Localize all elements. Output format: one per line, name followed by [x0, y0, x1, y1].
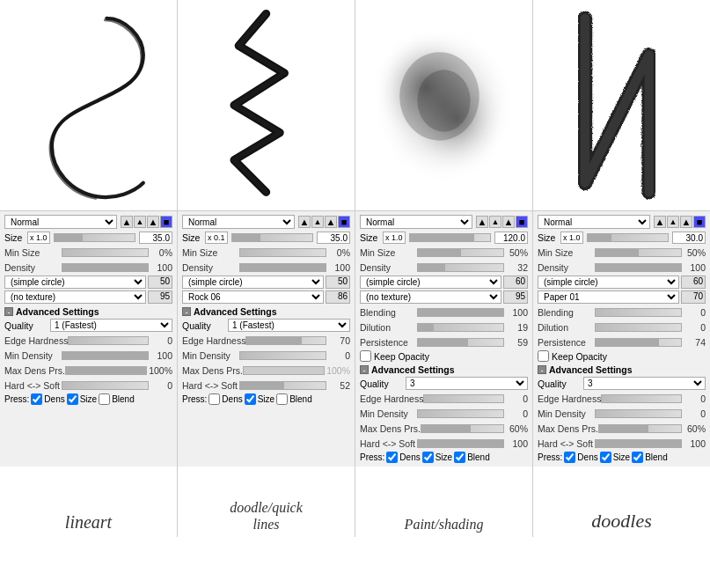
- mode-select-lineart[interactable]: Normal: [4, 215, 117, 229]
- size-input-doodle[interactable]: [317, 232, 350, 244]
- quality-select-lineart[interactable]: 1 (Fastest): [50, 319, 172, 332]
- hard-soft-slider-do[interactable]: [595, 439, 682, 448]
- size-slider-do[interactable]: [587, 233, 669, 242]
- adv-settings-p[interactable]: - Advanced Settings: [360, 364, 528, 375]
- icon-tri1-do[interactable]: ▲: [654, 216, 666, 228]
- brush2-select-d[interactable]: Rock 06: [182, 290, 324, 304]
- press-blend-check[interactable]: [99, 393, 110, 405]
- max-dens-val-d: 100%: [326, 365, 350, 376]
- density-slider[interactable]: [62, 263, 149, 272]
- icon-sq-p[interactable]: ■: [516, 216, 528, 228]
- brush1-select-do[interactable]: (simple circle): [538, 276, 679, 289]
- min-size-slider-d[interactable]: [239, 248, 326, 257]
- adv-settings-doodle[interactable]: - Advanced Settings: [182, 306, 350, 317]
- mode-select-doodle[interactable]: Normal: [182, 215, 295, 229]
- quality-label-do: Quality: [538, 379, 582, 389]
- press-blend-do[interactable]: [632, 452, 643, 463]
- hard-soft-slider-p[interactable]: [417, 439, 504, 448]
- dilution-val-p: 19: [506, 322, 528, 333]
- icon-sq-do[interactable]: ■: [693, 216, 706, 228]
- min-size-slider-do[interactable]: [595, 248, 682, 257]
- min-size-val-d: 0%: [328, 247, 350, 258]
- blending-slider-do[interactable]: [595, 308, 682, 317]
- persistence-slider-do[interactable]: [595, 338, 682, 347]
- brush2-select-do[interactable]: Paper 01: [538, 290, 679, 304]
- min-size-label-do: Min Size: [538, 247, 595, 258]
- press-dens-d[interactable]: [209, 393, 220, 405]
- edge-h-slider-do[interactable]: [601, 394, 682, 403]
- min-size-slider-p[interactable]: [417, 248, 504, 257]
- density-row-d: Density 100: [182, 261, 350, 274]
- blending-label-do: Blending: [538, 307, 595, 318]
- icon-square-active[interactable]: ■: [160, 216, 172, 228]
- press-size-d[interactable]: [245, 393, 256, 405]
- quality-select-d[interactable]: 1 (Fastest): [228, 319, 350, 332]
- press-size-do[interactable]: [600, 452, 611, 463]
- adv-settings-do[interactable]: - Advanced Settings: [538, 364, 706, 375]
- press-size-p[interactable]: [422, 452, 434, 463]
- press-row-d: Press: Dens Size Blend: [182, 393, 350, 405]
- icon-triangle-lg[interactable]: ▲: [147, 216, 159, 228]
- min-dens-slider-d[interactable]: [239, 351, 326, 360]
- dilution-slider-do[interactable]: [595, 323, 682, 332]
- keep-opacity-check-p[interactable]: [360, 350, 371, 362]
- icon-tri2-do[interactable]: ▲: [667, 216, 679, 228]
- press-size-check[interactable]: [67, 393, 78, 405]
- mode-select-p[interactable]: Normal: [360, 215, 472, 229]
- hard-soft-val: 0: [150, 380, 172, 391]
- size-input-lineart[interactable]: [139, 232, 172, 244]
- keep-opacity-check-do[interactable]: [538, 350, 549, 362]
- brush1-select-lineart[interactable]: (simple circle): [4, 276, 146, 289]
- size-slider-lineart[interactable]: [54, 233, 135, 242]
- brush2-select-p[interactable]: (no texture): [360, 290, 501, 304]
- density-slider-do[interactable]: [595, 263, 682, 272]
- blending-slider-p[interactable]: [417, 308, 504, 317]
- icon-tri3-p[interactable]: ▲: [502, 216, 515, 228]
- brush1-select-p[interactable]: (simple circle): [360, 276, 501, 289]
- press-dens-p[interactable]: [386, 452, 398, 463]
- adv-label-p: Advanced Settings: [371, 364, 455, 375]
- brush2-select-lineart[interactable]: (no texture): [4, 290, 146, 304]
- size-slider-doodle[interactable]: [231, 233, 313, 242]
- min-size-row: Min Size 0%: [4, 246, 172, 259]
- icon-tri1-p[interactable]: ▲: [476, 216, 488, 228]
- hard-soft-slider-d[interactable]: [239, 381, 326, 390]
- icon-sq2[interactable]: ■: [338, 216, 350, 228]
- max-dens-slider[interactable]: [65, 366, 147, 375]
- quality-select-p[interactable]: 3: [406, 377, 528, 390]
- icon-triangle-sm[interactable]: ▲: [121, 216, 133, 228]
- size-slider-p[interactable]: [409, 233, 491, 242]
- mode-select-do[interactable]: Normal: [538, 215, 650, 229]
- adv-settings-lineart[interactable]: - Advanced Settings: [4, 306, 172, 317]
- min-dens-slider-p[interactable]: [417, 409, 504, 418]
- max-dens-slider-p[interactable]: [421, 424, 504, 433]
- persistence-slider-p[interactable]: [417, 338, 504, 347]
- brush1-select-d[interactable]: (simple circle): [182, 276, 324, 289]
- size-input-do[interactable]: [672, 232, 706, 244]
- edge-hardness-slider[interactable]: [68, 336, 149, 345]
- edge-h-slider-p[interactable]: [423, 394, 504, 403]
- dilution-slider-p[interactable]: [417, 323, 504, 332]
- min-dens-slider-do[interactable]: [595, 409, 682, 418]
- press-dens-check[interactable]: [31, 393, 42, 405]
- size-input-p[interactable]: [494, 232, 528, 244]
- icon-tri1[interactable]: ▲: [298, 216, 311, 228]
- min-density-slider[interactable]: [62, 351, 149, 360]
- icon-tri3[interactable]: ▲: [325, 216, 337, 228]
- min-size-slider[interactable]: [62, 248, 149, 257]
- icon-tri3-do[interactable]: ▲: [680, 216, 692, 228]
- adv-label: Advanced Settings: [16, 306, 99, 317]
- density-slider-p[interactable]: [417, 263, 504, 272]
- max-dens-slider-do[interactable]: [598, 424, 682, 433]
- icon-triangle-md[interactable]: ▲: [134, 216, 146, 228]
- icon-tri2-p[interactable]: ▲: [489, 216, 501, 228]
- quality-select-do[interactable]: 3: [583, 377, 706, 390]
- density-slider-d[interactable]: [239, 263, 326, 272]
- press-blend-d[interactable]: [276, 393, 288, 405]
- hard-soft-slider[interactable]: [62, 381, 149, 390]
- press-dens-do[interactable]: [564, 452, 575, 463]
- edge-h-slider-d[interactable]: [245, 336, 326, 345]
- icon-tri2[interactable]: ▲: [311, 216, 324, 228]
- press-blend-p[interactable]: [454, 452, 465, 463]
- max-dens-slider-d[interactable]: [243, 366, 325, 375]
